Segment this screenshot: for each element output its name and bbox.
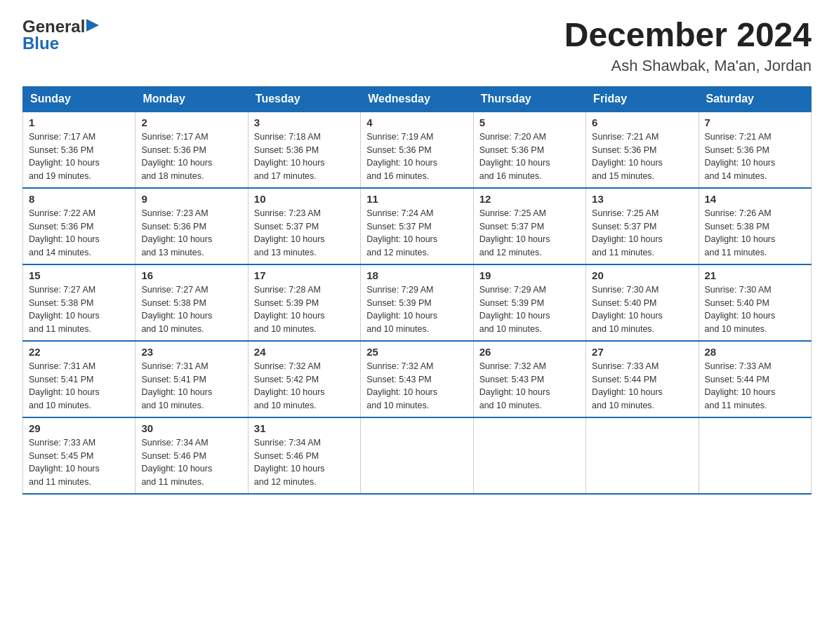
- day-info: Sunrise: 7:34 AMSunset: 5:46 PMDaylight:…: [141, 438, 212, 487]
- col-wednesday: Wednesday: [361, 86, 473, 112]
- day-number: 21: [705, 269, 805, 281]
- table-row: 2 Sunrise: 7:17 AMSunset: 5:36 PMDayligh…: [135, 112, 248, 188]
- calendar-table: Sunday Monday Tuesday Wednesday Thursday…: [22, 86, 812, 495]
- calendar-week-4: 22 Sunrise: 7:31 AMSunset: 5:41 PMDaylig…: [23, 341, 812, 417]
- day-info: Sunrise: 7:17 AMSunset: 5:36 PMDaylight:…: [29, 132, 100, 181]
- col-sunday: Sunday: [23, 86, 135, 112]
- table-row: [699, 417, 811, 494]
- day-info: Sunrise: 7:32 AMSunset: 5:43 PMDaylight:…: [479, 361, 550, 410]
- table-row: 28 Sunrise: 7:33 AMSunset: 5:44 PMDaylig…: [699, 341, 811, 417]
- col-tuesday: Tuesday: [248, 86, 360, 112]
- day-info: Sunrise: 7:26 AMSunset: 5:38 PMDaylight:…: [705, 208, 776, 257]
- calendar-week-3: 15 Sunrise: 7:27 AMSunset: 5:38 PMDaylig…: [23, 264, 812, 341]
- table-row: 29 Sunrise: 7:33 AMSunset: 5:45 PMDaylig…: [23, 417, 135, 494]
- day-number: 22: [29, 346, 129, 358]
- day-number: 4: [366, 116, 467, 128]
- calendar-week-2: 8 Sunrise: 7:22 AMSunset: 5:36 PMDayligh…: [23, 188, 812, 264]
- day-number: 30: [141, 422, 241, 434]
- day-info: Sunrise: 7:20 AMSunset: 5:36 PMDaylight:…: [479, 132, 550, 181]
- table-row: 25 Sunrise: 7:32 AMSunset: 5:43 PMDaylig…: [361, 341, 473, 417]
- table-row: 4 Sunrise: 7:19 AMSunset: 5:36 PMDayligh…: [361, 112, 473, 188]
- day-info: Sunrise: 7:21 AMSunset: 5:36 PMDaylight:…: [705, 132, 776, 181]
- day-info: Sunrise: 7:31 AMSunset: 5:41 PMDaylight:…: [141, 361, 212, 410]
- day-info: Sunrise: 7:27 AMSunset: 5:38 PMDaylight:…: [141, 285, 212, 334]
- day-number: 5: [479, 116, 580, 128]
- day-info: Sunrise: 7:22 AMSunset: 5:36 PMDaylight:…: [29, 208, 100, 257]
- page-header: General Blue December 2024 Ash Shawbak, …: [22, 17, 812, 75]
- calendar-week-5: 29 Sunrise: 7:33 AMSunset: 5:45 PMDaylig…: [23, 417, 812, 494]
- table-row: 22 Sunrise: 7:31 AMSunset: 5:41 PMDaylig…: [23, 341, 135, 417]
- day-number: 2: [141, 116, 241, 128]
- day-number: 29: [29, 422, 129, 434]
- table-row: 5 Sunrise: 7:20 AMSunset: 5:36 PMDayligh…: [473, 112, 585, 188]
- day-number: 25: [366, 346, 467, 358]
- day-number: 11: [366, 193, 467, 205]
- day-number: 1: [29, 116, 129, 128]
- day-number: 24: [254, 346, 355, 358]
- col-friday: Friday: [586, 86, 699, 112]
- table-row: 10 Sunrise: 7:23 AMSunset: 5:37 PMDaylig…: [248, 188, 360, 264]
- day-info: Sunrise: 7:19 AMSunset: 5:36 PMDaylight:…: [366, 132, 437, 181]
- table-row: 3 Sunrise: 7:18 AMSunset: 5:36 PMDayligh…: [248, 112, 360, 188]
- table-row: 31 Sunrise: 7:34 AMSunset: 5:46 PMDaylig…: [248, 417, 360, 494]
- day-number: 3: [254, 116, 355, 128]
- day-info: Sunrise: 7:24 AMSunset: 5:37 PMDaylight:…: [366, 208, 437, 257]
- table-row: 16 Sunrise: 7:27 AMSunset: 5:38 PMDaylig…: [135, 264, 248, 341]
- day-info: Sunrise: 7:32 AMSunset: 5:43 PMDaylight:…: [366, 361, 437, 410]
- table-row: 30 Sunrise: 7:34 AMSunset: 5:46 PMDaylig…: [135, 417, 248, 494]
- table-row: 6 Sunrise: 7:21 AMSunset: 5:36 PMDayligh…: [586, 112, 699, 188]
- day-number: 14: [705, 193, 805, 205]
- day-number: 16: [141, 269, 241, 281]
- calendar-header-row: Sunday Monday Tuesday Wednesday Thursday…: [23, 86, 812, 112]
- day-number: 18: [366, 269, 467, 281]
- day-info: Sunrise: 7:21 AMSunset: 5:36 PMDaylight:…: [592, 132, 663, 181]
- table-row: 11 Sunrise: 7:24 AMSunset: 5:37 PMDaylig…: [361, 188, 473, 264]
- day-info: Sunrise: 7:33 AMSunset: 5:44 PMDaylight:…: [592, 361, 663, 410]
- table-row: 14 Sunrise: 7:26 AMSunset: 5:38 PMDaylig…: [699, 188, 811, 264]
- day-info: Sunrise: 7:29 AMSunset: 5:39 PMDaylight:…: [479, 285, 550, 334]
- day-info: Sunrise: 7:29 AMSunset: 5:39 PMDaylight:…: [366, 285, 437, 334]
- table-row: 12 Sunrise: 7:25 AMSunset: 5:37 PMDaylig…: [473, 188, 585, 264]
- col-thursday: Thursday: [473, 86, 585, 112]
- calendar-title: December 2024: [564, 17, 812, 54]
- table-row: 27 Sunrise: 7:33 AMSunset: 5:44 PMDaylig…: [586, 341, 699, 417]
- day-info: Sunrise: 7:30 AMSunset: 5:40 PMDaylight:…: [592, 285, 663, 334]
- table-row: 17 Sunrise: 7:28 AMSunset: 5:39 PMDaylig…: [248, 264, 360, 341]
- day-number: 13: [592, 193, 692, 205]
- day-info: Sunrise: 7:31 AMSunset: 5:41 PMDaylight:…: [29, 361, 100, 410]
- table-row: [586, 417, 699, 494]
- day-info: Sunrise: 7:32 AMSunset: 5:42 PMDaylight:…: [254, 361, 325, 410]
- table-row: 20 Sunrise: 7:30 AMSunset: 5:40 PMDaylig…: [586, 264, 699, 341]
- col-saturday: Saturday: [699, 86, 811, 112]
- table-row: 19 Sunrise: 7:29 AMSunset: 5:39 PMDaylig…: [473, 264, 585, 341]
- day-info: Sunrise: 7:25 AMSunset: 5:37 PMDaylight:…: [592, 208, 663, 257]
- logo: General Blue: [22, 17, 99, 53]
- day-number: 23: [141, 346, 241, 358]
- table-row: 24 Sunrise: 7:32 AMSunset: 5:42 PMDaylig…: [248, 341, 360, 417]
- day-number: 17: [254, 269, 355, 281]
- day-number: 7: [705, 116, 805, 128]
- table-row: [361, 417, 473, 494]
- table-row: 8 Sunrise: 7:22 AMSunset: 5:36 PMDayligh…: [23, 188, 135, 264]
- day-number: 8: [29, 193, 129, 205]
- table-row: 23 Sunrise: 7:31 AMSunset: 5:41 PMDaylig…: [135, 341, 248, 417]
- table-row: 21 Sunrise: 7:30 AMSunset: 5:40 PMDaylig…: [699, 264, 811, 341]
- day-info: Sunrise: 7:25 AMSunset: 5:37 PMDaylight:…: [479, 208, 550, 257]
- calendar-title-block: December 2024 Ash Shawbak, Ma'an, Jordan: [564, 17, 812, 75]
- logo-icon: [86, 19, 99, 32]
- day-info: Sunrise: 7:30 AMSunset: 5:40 PMDaylight:…: [705, 285, 776, 334]
- day-number: 19: [479, 269, 580, 281]
- table-row: 15 Sunrise: 7:27 AMSunset: 5:38 PMDaylig…: [23, 264, 135, 341]
- table-row: 1 Sunrise: 7:17 AMSunset: 5:36 PMDayligh…: [23, 112, 135, 188]
- col-monday: Monday: [135, 86, 248, 112]
- day-number: 12: [479, 193, 580, 205]
- day-number: 15: [29, 269, 129, 281]
- table-row: 26 Sunrise: 7:32 AMSunset: 5:43 PMDaylig…: [473, 341, 585, 417]
- calendar-subtitle: Ash Shawbak, Ma'an, Jordan: [564, 57, 812, 75]
- day-number: 20: [592, 269, 692, 281]
- day-info: Sunrise: 7:18 AMSunset: 5:36 PMDaylight:…: [254, 132, 325, 181]
- day-number: 10: [254, 193, 355, 205]
- day-number: 6: [592, 116, 692, 128]
- day-number: 9: [141, 193, 241, 205]
- table-row: 18 Sunrise: 7:29 AMSunset: 5:39 PMDaylig…: [361, 264, 473, 341]
